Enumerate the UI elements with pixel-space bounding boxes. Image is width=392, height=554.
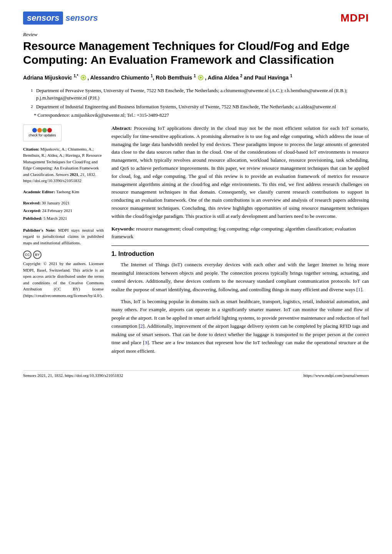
sensors-logo: sensors sensors [23,12,98,25]
dot-blue [32,128,37,133]
published-label: Published: [23,216,42,221]
correspondence: * Correspondence: a.mijushkovikj@utwente… [34,112,369,119]
academic-editor-label: Academic Editor: [23,189,55,194]
mdpi-logo: MDPI [341,12,369,24]
ref-2[interactable]: 2 [140,323,143,329]
check-updates-badge: check for updates [28,128,56,138]
header: sensors sensors MDPI [23,12,369,25]
published-value: 5 March 2021 [43,216,67,221]
orcid-icon-2 [198,75,203,80]
mdpi-logo-text: MDPI [341,12,369,24]
cc-circle-2: BY [33,250,42,259]
affiliation-1: 1 Department of Pervasive Systems, Unive… [31,87,369,102]
accepted-label: Accepted: [23,208,41,213]
received-value: 30 January 2021 [42,201,70,205]
intro-para-2: Thus, IoT is becoming popular in domains… [111,297,369,355]
sensors-logo-box: sensors [23,12,63,25]
accepted-row: Accepted: 24 February 2021 [23,207,104,215]
publisher-note-label: Publisher's Note: [23,228,56,232]
check-updates-box[interactable]: check for updates [23,124,61,141]
keywords-content: resource management; cloud computing; fo… [111,226,356,240]
received-row: Received: 30 January 2021 [23,199,104,207]
divider [111,245,369,246]
two-column-layout: check for updates Citation: Mijuskovic, … [23,124,369,359]
copyright-text: Copyright: © 2021 by the authors. Licens… [23,260,104,299]
author-rest: , Adina Aldea 2 and Paul Havinga 1 [205,75,292,81]
ref-1[interactable]: 1 [358,287,361,292]
intro-para-1: The Internet of Things (IoT) connects ev… [111,260,369,294]
affiliation-2: 2 Department of Industrial Engineering a… [31,103,369,111]
keywords-label: Keywords: [111,226,135,232]
aff-text-1: Department of Pervasive Systems, Univers… [36,87,369,102]
academic-editor-value: Taehong Kim [56,189,79,194]
author-1: Adriana Mijuskovic 1,* [23,75,78,81]
dot-red [47,128,52,133]
keywords: Keywords: resource management; cloud com… [111,225,369,241]
citation-text: Mijuskovic, A.; Chiumento, A.; Bemthuis,… [23,147,102,183]
abstract-label: Abstract: [111,125,132,131]
abstract-content: Processing IoT applications directly in … [111,125,369,219]
authors: Adriana Mijuskovic 1,* , Alessandro Chiu… [23,73,369,82]
page: sensors sensors MDPI Review Resource Man… [0,0,392,554]
footer-right: https://www.mdpi.com/journal/sensors [304,373,369,378]
footer-left: Sensors 2021, 21, 1832. https://doi.org/… [23,373,123,378]
aff-num-2: 2 [31,103,35,111]
dates-box: Received: 30 January 2021 Accepted: 24 F… [23,199,104,222]
accepted-value: 24 February 2021 [42,208,72,213]
left-sidebar: check for updates Citation: Mijuskovic, … [23,124,104,359]
dot-orange [37,128,42,133]
affiliations: 1 Department of Pervasive Systems, Unive… [31,87,369,119]
citation-box: Citation: Mijuskovic, A.; Chiumento, A.;… [23,146,104,184]
ref-3[interactable]: 3 [145,340,147,345]
article-title: Resource Management Techniques for Cloud… [23,39,369,67]
page-footer: Sensors 2021, 21, 1832. https://doi.org/… [23,370,369,378]
citation-label: Citation: [23,147,39,151]
published-row: Published: 5 March 2021 [23,215,104,222]
received-label: Received: [23,201,41,205]
dot-green [42,128,47,133]
cc-icon: CC BY [23,250,104,259]
aff-num-1: 1 [31,87,35,102]
right-content: Abstract: Processing IoT applications di… [111,124,369,359]
publisher-note: Publisher's Note: MDPI stays neutral wit… [23,227,104,246]
article-type: Review [23,32,369,38]
intro-heading: 1. Introduction [111,250,369,257]
academic-editor-box: Academic Editor: Taehong Kim [23,189,104,195]
cc-license-box: CC BY Copyright: © 2021 by the authors. … [23,250,104,299]
check-updates-text: check for updates [28,133,56,138]
orcid-icon-1 [81,75,86,80]
cc-circle-1: CC [23,250,32,259]
check-updates-dots [32,128,52,133]
sensors-logo-text: sensors [65,13,98,23]
author-sep-1: , Alessandro Chiumento 1, Rob Bemthuis 1 [88,75,196,81]
aff-text-2: Department of Industrial Engineering and… [36,103,336,111]
abstract: Abstract: Processing IoT applications di… [111,124,369,221]
